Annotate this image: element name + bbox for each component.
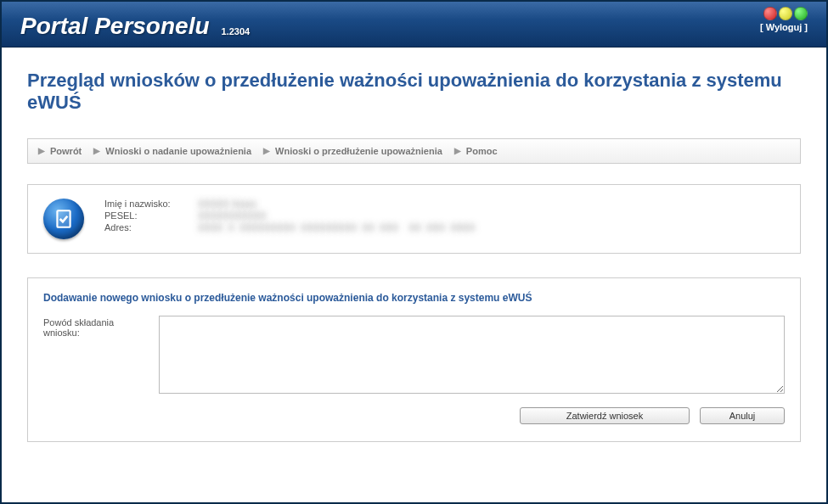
nav-item-back[interactable]: ▶ Powrót [38,146,82,156]
nav-item-label: Powrót [50,146,82,156]
form-title: Dodawanie nowego wniosku o przedłużenie … [43,292,785,304]
nav-bar: ▶ Powrót ▶ Wnioski o nadanie upoważnieni… [27,138,801,164]
nav-item-label: Pomoc [466,146,498,156]
content-area: Przegląd wniosków o przedłużenie ważnośc… [2,48,826,464]
chevron-right-icon: ▶ [38,146,45,155]
reason-textarea[interactable] [159,316,785,394]
app-version: 1.2304 [222,26,251,36]
nav-item-label: Wnioski o przedłużenie upoważnienia [275,146,442,156]
name-value: XXXXX Xxxxx [198,199,475,209]
name-label: Imię i nazwisko: [104,199,198,209]
submit-button[interactable]: Zatwierdź wniosek [520,407,690,424]
cancel-button[interactable]: Anuluj [700,407,785,424]
user-info-panel: Imię i nazwisko: XXXXX Xxxxx PESEL: XXXX… [27,184,801,254]
nav-item-label: Wnioski o nadanie upoważnienia [105,146,251,156]
chevron-right-icon: ▶ [263,146,270,155]
pesel-value: XXXXXXXXXXX [198,210,475,221]
pesel-label: PESEL: [104,210,198,221]
app-title: Portal Personelu [20,13,210,40]
form-buttons: Zatwierdź wniosek Anuluj [43,407,785,424]
nav-item-grant-requests[interactable]: ▶ Wnioski o nadanie upoważnienia [93,146,251,156]
app-header: Portal Personelu 1.2304 [ Wyloguj ] [2,2,826,48]
form-row-reason: Powód składania wniosku: [43,316,785,394]
new-request-form: Dodawanie nowego wniosku o przedłużenie … [27,277,801,442]
chevron-right-icon: ▶ [454,146,461,155]
user-info-fields: Imię i nazwisko: XXXXX Xxxxx PESEL: XXXX… [104,199,475,232]
nav-item-extend-requests[interactable]: ▶ Wnioski o przedłużenie upoważnienia [263,146,442,156]
status-balls-icon [763,7,808,20]
reason-label: Powód składania wniosku: [43,316,145,338]
page-title: Przegląd wniosków o przedłużenie ważnośc… [27,70,801,115]
address-label: Adres: [104,222,198,232]
chevron-right-icon: ▶ [93,146,100,155]
document-check-icon [43,199,84,239]
header-right: [ Wyloguj ] [760,7,808,32]
nav-item-help[interactable]: ▶ Pomoc [454,146,498,156]
logout-link[interactable]: [ Wyloguj ] [760,22,808,32]
address-value: XXXX X XXXXXXXXX XXXXXXXXX XX XXX XX XXX… [198,222,475,232]
